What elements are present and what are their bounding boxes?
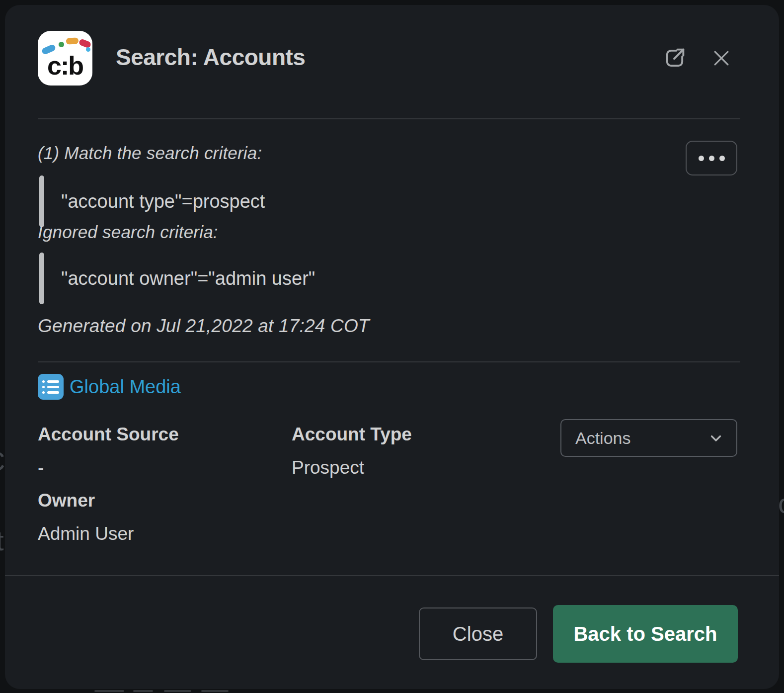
match-criteria-label: (1) Match the search criteria: bbox=[38, 143, 262, 163]
open-external-icon[interactable] bbox=[662, 45, 688, 71]
logo-amber-dash bbox=[66, 37, 79, 44]
field-value-owner: Admin User bbox=[38, 523, 134, 544]
field-value-account-source: - bbox=[38, 457, 44, 478]
logo-red-dash bbox=[78, 38, 91, 49]
section-divider bbox=[38, 361, 740, 362]
match-criteria-quote: "account type"=prospect bbox=[39, 175, 265, 227]
quote-bar bbox=[39, 175, 44, 227]
background-fragment: C bbox=[0, 445, 5, 485]
background-fragment: o bbox=[779, 487, 784, 527]
background-fragment bbox=[164, 690, 191, 692]
message-overflow-button[interactable] bbox=[686, 141, 737, 175]
overflow-dot bbox=[699, 156, 704, 161]
ignored-criteria-value: "account owner"="admin user" bbox=[61, 268, 315, 289]
background-fragment bbox=[94, 690, 124, 692]
record-header: Global Media bbox=[38, 374, 181, 400]
record-link-global-media[interactable]: Global Media bbox=[70, 376, 181, 398]
close-button[interactable]: Close bbox=[419, 607, 537, 660]
background-fragment: t bbox=[0, 524, 5, 564]
overflow-dot bbox=[709, 156, 714, 161]
generated-timestamp: Generated on Jul 21,2022 at 17:24 COT bbox=[38, 316, 370, 337]
field-label-account-type: Account Type bbox=[292, 424, 412, 445]
ignored-criteria-label: Ignored search criteria: bbox=[38, 222, 218, 242]
logo-text: c:b bbox=[38, 51, 92, 81]
close-icon[interactable] bbox=[710, 47, 732, 69]
ignored-criteria-quote: "account owner"="admin user" bbox=[39, 253, 315, 304]
actions-dropdown[interactable]: Actions bbox=[560, 419, 737, 457]
field-value-account-type: Prospect bbox=[292, 457, 364, 478]
list-icon bbox=[38, 374, 64, 400]
app-logo: c:b bbox=[38, 31, 92, 86]
background-fragment bbox=[133, 690, 153, 692]
logo-green-dot bbox=[59, 42, 64, 47]
back-to-search-button[interactable]: Back to Search bbox=[553, 605, 738, 663]
background-fragment bbox=[201, 690, 229, 692]
header-divider bbox=[38, 118, 740, 119]
match-criteria-value: "account type"=prospect bbox=[61, 191, 265, 212]
footer-divider bbox=[5, 575, 779, 576]
overflow-dot bbox=[719, 156, 725, 161]
modal-title: Search: Accounts bbox=[116, 44, 305, 71]
chevron-down-icon bbox=[707, 430, 724, 446]
field-label-owner: Owner bbox=[38, 490, 95, 511]
quote-bar bbox=[39, 253, 44, 304]
field-label-account-source: Account Source bbox=[38, 424, 179, 445]
actions-dropdown-label: Actions bbox=[575, 429, 631, 448]
search-accounts-modal: c:b Search: Accounts (1) Match the searc… bbox=[5, 5, 779, 689]
